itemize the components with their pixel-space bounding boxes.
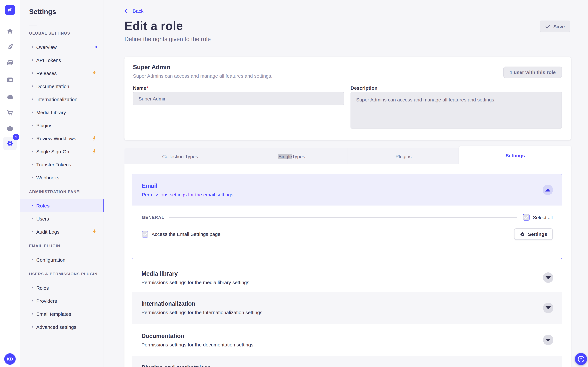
bullet-icon: [32, 231, 33, 232]
bullet-icon: [32, 72, 33, 74]
permission-label: Access the Email Settings page: [152, 231, 221, 237]
page-title: Edit a role: [124, 19, 183, 33]
info-icon[interactable]: [6, 125, 14, 133]
bullet-icon: [32, 59, 33, 61]
sidebar-item-label: Review Workflows: [36, 135, 76, 141]
tab-settings-active[interactable]: Settings: [459, 146, 571, 164]
content-manager-feather-icon[interactable]: [6, 43, 14, 51]
sidebar-item-overview[interactable]: Overview: [20, 41, 104, 53]
permission-row-documentation[interactable]: DocumentationPermissions settings for th…: [132, 324, 562, 356]
settings-sidebar: Settings GLOBAL SETTINGSOverviewAPI Toke…: [20, 0, 104, 367]
tab-plugins[interactable]: Plugins: [348, 149, 459, 164]
email-accordion-title: Email: [142, 183, 562, 189]
home-icon[interactable]: [6, 27, 14, 35]
tab-single-types[interactable]: Single Types: [236, 149, 348, 164]
tab-single-types-selected-text: Single: [278, 154, 292, 159]
email-accordion-header[interactable]: Email Permissions settings for the email…: [132, 174, 562, 206]
sidebar-item-plugins[interactable]: Plugins: [20, 119, 104, 132]
chevron-down-icon: [545, 306, 551, 309]
sidebar-item-internationalization[interactable]: Internationalization: [20, 93, 104, 106]
save-button[interactable]: Save: [540, 21, 570, 32]
sidebar-item-advanced-settings[interactable]: Advanced settings: [20, 320, 104, 334]
permission-row-subtitle: Permissions settings for the Internation…: [141, 309, 262, 315]
permission-row-media-library[interactable]: Media libraryPermissions settings for th…: [132, 264, 562, 292]
sidebar-item-label: Email templates: [36, 311, 71, 317]
sidebar-item-transfer-tokens[interactable]: Transfer Tokens: [20, 158, 104, 171]
permission-settings-button[interactable]: Settings: [514, 228, 553, 240]
sidebar-item-providers[interactable]: Providers: [20, 294, 104, 307]
app-viewport: 1 KD Settings GLOBAL SETTINGSOverviewAPI…: [0, 0, 588, 367]
sidebar-item-label: Configuration: [36, 257, 65, 262]
media-library-icon[interactable]: [6, 59, 14, 67]
help-button[interactable]: ?: [575, 353, 587, 365]
bullet-icon: [32, 259, 33, 260]
sidebar-item-label: Roles: [36, 203, 50, 208]
permissions-panel: Email Permissions settings for the email…: [124, 164, 571, 367]
page-subtitle: Define the rights given to the role: [124, 36, 211, 43]
content-type-builder-icon[interactable]: [6, 76, 14, 84]
settings-badge: 1: [13, 134, 19, 140]
sidebar-item-label: Providers: [36, 298, 57, 304]
marketplace-cart-icon[interactable]: [6, 109, 14, 117]
permission-row-internationalization[interactable]: InternationalizationPermissions settings…: [132, 292, 562, 324]
sidebar-item-webhooks[interactable]: Webhooks: [20, 171, 104, 184]
bullet-icon: [32, 177, 33, 178]
tab-collection-types[interactable]: Collection Types: [124, 149, 236, 164]
bullet-icon: [32, 287, 33, 288]
name-input[interactable]: Super Admin: [133, 92, 344, 105]
permission-row-plugins-and-marketplace[interactable]: Plugins and marketplace: [132, 356, 562, 367]
bullet-icon: [32, 125, 33, 126]
description-textarea[interactable]: Super Admins can access and manage all f…: [351, 92, 562, 129]
sidebar-item-configuration[interactable]: Configuration: [20, 253, 104, 266]
sidebar-item-api-tokens[interactable]: API Tokens: [20, 53, 104, 67]
sidebar-section-administration-panel: ADMINISTRATION PANEL: [29, 190, 104, 194]
select-all-label: Select all: [533, 215, 553, 220]
bullet-icon: [32, 205, 33, 206]
bullet-icon: [32, 46, 33, 48]
question-mark-icon: ?: [578, 356, 584, 362]
sidebar-item-label: Media Library: [36, 109, 66, 115]
lightning-icon: [92, 71, 96, 75]
gear-icon: [520, 232, 525, 237]
rail-divider: [0, 20, 20, 20]
cloud-icon[interactable]: [6, 93, 14, 101]
expand-button[interactable]: [543, 272, 553, 283]
sidebar-item-label: Internationalization: [36, 96, 78, 102]
users-with-role-button[interactable]: 1 user with this role: [503, 67, 562, 78]
sidebar-item-label: API Tokens: [36, 57, 61, 63]
strapi-logo[interactable]: [5, 5, 15, 15]
sidebar-item-label: Plugins: [36, 123, 52, 128]
user-avatar[interactable]: KD: [4, 353, 16, 365]
sidebar-item-roles[interactable]: Roles: [20, 281, 104, 294]
collapse-button[interactable]: [543, 185, 553, 195]
email-accordion-body: GENERAL Select all: [132, 214, 562, 240]
select-all-checkbox[interactable]: [523, 214, 529, 221]
sidebar-item-audit-logs[interactable]: Audit Logs: [20, 225, 104, 238]
back-link[interactable]: Back: [124, 8, 144, 14]
gear-icon: [6, 140, 14, 147]
sidebar-item-label: Transfer Tokens: [36, 162, 71, 167]
sidebar-item-review-workflows[interactable]: Review Workflows: [20, 132, 104, 145]
bullet-icon: [32, 300, 33, 301]
email-accordion-expanded: Email Permissions settings for the email…: [132, 174, 562, 259]
sidebar-item-users[interactable]: Users: [20, 212, 104, 225]
sidebar-item-label: Documentation: [36, 83, 69, 89]
bullet-icon: [32, 112, 33, 113]
sidebar-item-media-library[interactable]: Media Library: [20, 106, 104, 119]
sidebar-item-email-templates[interactable]: Email templates: [20, 307, 104, 320]
save-label: Save: [553, 24, 565, 29]
chevron-down-icon: [545, 276, 551, 279]
expand-button[interactable]: [543, 303, 553, 313]
bullet-icon: [32, 164, 33, 165]
sidebar-item-label: Releases: [36, 70, 57, 76]
sidebar-item-documentation[interactable]: Documentation: [20, 80, 104, 93]
settings-nav-active[interactable]: 1: [3, 137, 17, 150]
permissions-tablist: Collection Types Single Types Plugins Se…: [124, 149, 571, 164]
sidebar-item-roles[interactable]: Roles: [20, 199, 104, 212]
lightning-icon: [92, 136, 96, 141]
expand-button[interactable]: [543, 335, 553, 345]
permission-checkbox[interactable]: [142, 231, 148, 237]
sidebar-item-releases[interactable]: Releases: [20, 67, 104, 80]
lightning-icon: [92, 229, 96, 234]
sidebar-item-single-sign-on[interactable]: Single Sign-On: [20, 145, 104, 158]
